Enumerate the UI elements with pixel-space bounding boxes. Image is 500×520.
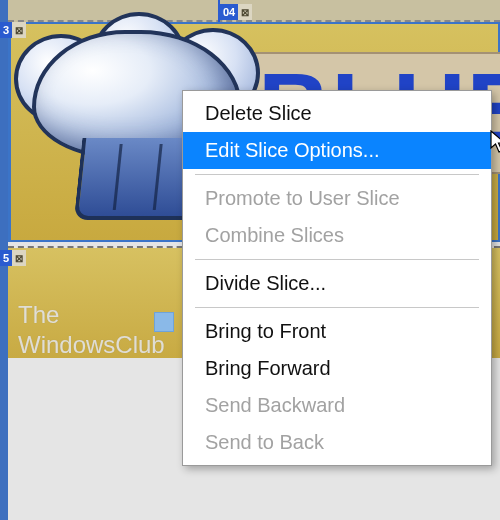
canvas-area: 3 ⊠ 04 ⊠ 5 ⊠ BLUE The WindowsClub Delete…	[0, 0, 500, 520]
menu-item-send-to-back: Send to Back	[183, 424, 491, 461]
watermark-line2: WindowsClub	[18, 330, 165, 360]
menu-item-promote-user-slice: Promote to User Slice	[183, 180, 491, 217]
slice-number: 04	[220, 4, 238, 20]
menu-separator	[195, 307, 479, 308]
menu-item-divide-slice[interactable]: Divide Slice...	[183, 265, 491, 302]
menu-item-edit-slice-options[interactable]: Edit Slice Options...	[183, 132, 491, 169]
slice-badge-04[interactable]: 04 ⊠	[220, 4, 252, 20]
slice-type-icon: ⊠	[12, 250, 26, 266]
menu-item-bring-to-front[interactable]: Bring to Front	[183, 313, 491, 350]
mouse-cursor-icon	[490, 130, 500, 154]
slice-badge-3[interactable]: 3 ⊠	[0, 22, 26, 38]
slice-badge-5[interactable]: 5 ⊠	[0, 250, 26, 266]
slice-context-menu[interactable]: Delete SliceEdit Slice Options...Promote…	[182, 90, 492, 466]
watermark-selection-box	[154, 312, 174, 332]
watermark-line1: The	[18, 300, 165, 330]
slice-region-top[interactable]	[8, 0, 500, 22]
menu-separator	[195, 174, 479, 175]
menu-item-delete-slice[interactable]: Delete Slice	[183, 95, 491, 132]
menu-item-combine-slices: Combine Slices	[183, 217, 491, 254]
slice-type-icon: ⊠	[238, 4, 252, 20]
watermark-text: The WindowsClub	[18, 300, 165, 360]
slice-number: 5	[0, 250, 12, 266]
menu-item-send-backward: Send Backward	[183, 387, 491, 424]
slice-number: 3	[0, 22, 12, 38]
menu-item-bring-forward[interactable]: Bring Forward	[183, 350, 491, 387]
slice-type-icon: ⊠	[12, 22, 26, 38]
menu-separator	[195, 259, 479, 260]
